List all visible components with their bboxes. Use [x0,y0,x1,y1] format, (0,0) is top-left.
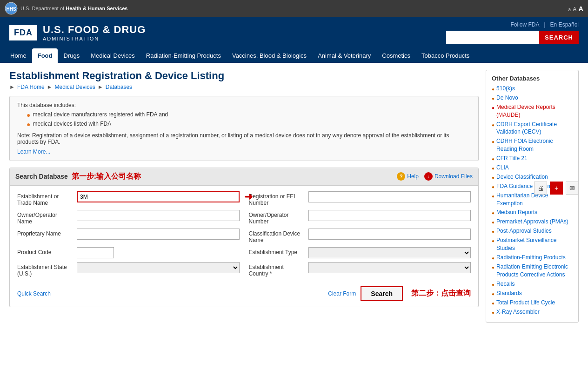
sidebar-db-item[interactable]: ●Postmarket Surveillance Studies [492,236,573,252]
sidebar-db-item[interactable]: ●Radiation-Emitting Products [492,254,573,262]
sidebar-db-item[interactable]: ●510(k)s [492,85,573,93]
sidebar-db-link[interactable]: CLIA [496,164,509,172]
nav-item-animal--veterinary[interactable]: Animal & Veterinary [312,48,376,63]
sidebar-db-link[interactable]: De Novo [496,94,518,102]
dot-icon: ● [492,165,494,172]
sidebar-db-link[interactable]: CDRH FOIA Electronic Reading Room [496,137,573,153]
sidebar-db-link[interactable]: 510(k)s [496,85,515,93]
sidebar-db-link[interactable]: Radiation-Emitting Electronic Products C… [496,263,573,279]
sidebar-db-link[interactable]: Total Product Life Cycle [496,299,555,307]
sidebar-db-link[interactable]: Device Classification [496,173,548,181]
establishment-country-select[interactable] [308,262,471,273]
sidebar-db-link[interactable]: Premarket Approvals (PMAs) [496,218,568,226]
dot-icon: ● [492,86,494,93]
bullet-icon: ● [27,121,30,128]
sidebar-db-item[interactable]: ●CFR Title 21 [492,155,573,162]
search-button[interactable]: Search [361,286,403,301]
owner-operator-input[interactable] [77,210,240,221]
sidebar-db-item[interactable]: ●De Novo [492,94,573,102]
follow-fda-link[interactable]: Follow FDA [510,21,539,28]
fda-search-button[interactable]: SEARCH [539,31,579,44]
nav-item-radiation-emitting-products[interactable]: Radiation-Emitting Products [140,48,227,63]
sidebar-db-item[interactable]: ●CLIA [492,164,573,172]
mail-button[interactable]: ✉ [566,182,579,195]
font-size-controls[interactable]: a A A [568,5,583,13]
search-form: Establishment or Trade Name ➜ Registrati… [10,186,478,283]
content-area: Establishment Registration & Device List… [0,63,588,330]
add-button[interactable]: + [550,182,563,195]
product-code-input[interactable] [77,247,114,258]
sidebar-db-item[interactable]: ●Radiation-Emitting Electronic Products … [492,263,573,279]
sidebar-db-item[interactable]: ●CDRH FOIA Electronic Reading Room [492,137,573,153]
nav-item-home[interactable]: Home [5,48,32,63]
sidebar-db-link[interactable]: Postmarket Surveillance Studies [496,236,573,252]
sidebar-db-link[interactable]: Recalls [496,280,514,288]
sidebar-db-item[interactable]: ●Standards [492,289,573,297]
help-icon: ? [397,172,405,181]
info-list-item: ● medical devices listed with FDA [27,121,471,128]
classification-device-input[interactable] [308,229,471,240]
proprietary-row: Proprietary Name [17,229,240,243]
nav-item-food[interactable]: Food [32,48,58,63]
sidebar-db-item[interactable]: ●Device Classification [492,173,573,181]
registration-input[interactable] [308,191,471,202]
classification-device-row: Classification Device Name [249,229,471,243]
sidebar-db-link[interactable]: Standards [496,289,522,297]
dot-icon: ● [492,229,494,235]
sidebar-db-link[interactable]: X-Ray Assembler [496,308,540,316]
fda-search-input[interactable] [446,31,539,44]
dot-icon: ● [492,291,494,297]
sidebar-db-item[interactable]: ●Recalls [492,280,573,288]
sidebar-db-item[interactable]: ●Premarket Approvals (PMAs) [492,218,573,226]
establishment-country-input-wrap [308,262,471,273]
sidebar-db-item[interactable]: ●CDRH Export Certificate Validation (CEC… [492,121,573,136]
sidebar-db-item[interactable]: ●Medsun Reports [492,209,573,216]
establishment-state-select[interactable] [77,262,240,273]
sidebar-db-link[interactable]: Medsun Reports [496,209,537,216]
breadcrumb-medical-devices[interactable]: Medical Devices [54,84,95,90]
sidebar-db-link[interactable]: Radiation-Emitting Products [496,254,566,262]
proprietary-input[interactable] [77,229,240,240]
sidebar-db-link[interactable]: CDRH Export Certificate Validation (CECV… [496,121,573,136]
hhs-branding: HHS U.S. Department of Health & Human Se… [5,2,128,15]
quick-search-link[interactable]: Quick Search [17,290,51,297]
establishment-type-select[interactable] [308,247,471,258]
nav-item-vaccines-blood--biologics[interactable]: Vaccines, Blood & Biologics [227,48,312,63]
sidebar-db-link[interactable]: Post-Approval Studies [496,227,552,235]
sidebar-db-item[interactable]: ●Medical Device Reports (MAUDE) [492,103,573,119]
print-button[interactable]: 🖨 [534,182,547,195]
breadcrumb-fda-home[interactable]: FDA Home [17,84,45,90]
sidebar: Other Databases ●510(k)s●De Novo●Medical… [486,70,579,323]
espanol-link[interactable]: En Español [550,21,579,28]
dot-icon: ● [492,156,494,162]
search-db-actions: ? Help ↓ Download Files [397,172,473,181]
proprietary-label: Proprietary Name [17,229,73,237]
sidebar-db-item[interactable]: ●Post-Approval Studies [492,227,573,235]
main-navigation: HomeFoodDrugsMedical DevicesRadiation-Em… [0,48,588,63]
nav-item-medical-devices[interactable]: Medical Devices [85,48,140,63]
sidebar-db-link[interactable]: Medical Device Reports (MAUDE) [496,103,573,119]
download-link[interactable]: ↓ Download Files [424,172,473,181]
establishment-label: Establishment or Trade Name [17,191,73,206]
nav-item-tobacco-products[interactable]: Tobacco Products [416,48,475,63]
form-actions: Clear Form Search 第二步：点击查询 [328,286,471,301]
dot-icon: ● [492,139,494,145]
sidebar-db-item[interactable]: ●X-Ray Assembler [492,308,573,316]
breadcrumb-databases[interactable]: Databases [106,84,132,90]
info-list-item: ● medical device manufacturers registere… [27,111,471,119]
sidebar-db-item[interactable]: ●Total Product Life Cycle [492,299,573,307]
page-actions: 🖨 + ✉ [534,182,579,195]
product-code-input-wrap [77,247,240,258]
sidebar-db-link[interactable]: CFR Title 21 [496,155,528,162]
establishment-row: Establishment or Trade Name ➜ [17,191,240,206]
nav-item-drugs[interactable]: Drugs [58,48,85,63]
dot-icon: ● [492,310,494,316]
help-link[interactable]: ? Help [397,172,419,181]
nav-item-cosmetics[interactable]: Cosmetics [376,48,416,63]
clear-form-button[interactable]: Clear Form [328,290,356,297]
owner-operator-label: Owner/Operator Name [17,210,73,225]
learn-more-link[interactable]: Learn More... [17,148,50,155]
establishment-input[interactable] [77,191,240,202]
owner-operator-num-input[interactable] [308,210,471,221]
dot-icon: ● [492,300,494,307]
